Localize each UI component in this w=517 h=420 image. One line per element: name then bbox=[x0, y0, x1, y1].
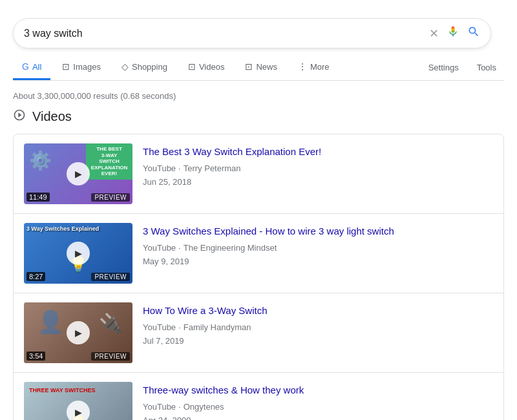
nav-tabs: G All ⊡ Images ◇ Shopping ⊡ Videos ⊡ New… bbox=[13, 55, 504, 81]
play-button-4[interactable]: ▶ bbox=[67, 401, 90, 420]
video-date-4: Apr 24, 2009 bbox=[143, 414, 493, 420]
video-info-2: 3 Way Switches Explained - How to wire 3… bbox=[143, 223, 493, 269]
dot-3: · bbox=[178, 321, 181, 335]
microphone-icon[interactable] bbox=[447, 25, 459, 41]
video-channel-2: The Engineering Mindset bbox=[184, 242, 277, 255]
video-item: 3 Way Switches Explained 💡 ▶ 8:27 PREVIE… bbox=[14, 214, 503, 293]
google-icon: G bbox=[22, 61, 29, 72]
thumb-text-2: 3 Way Switches Explained bbox=[26, 226, 99, 233]
thumb-decor: ⚙️ bbox=[29, 150, 52, 171]
search-bar: ✕ bbox=[13, 18, 491, 48]
video-thumbnail-1[interactable]: THE BEST3-WAYSWITCHEXPLANATIONEVER! ⚙️ ▶… bbox=[24, 143, 132, 204]
more-icon: ⋮ bbox=[298, 61, 307, 72]
tools-link[interactable]: Tools bbox=[469, 56, 504, 79]
tab-shopping[interactable]: ◇ Shopping bbox=[112, 55, 176, 80]
video-meta-1: YouTube · Terry Peterman Jun 25, 2018 bbox=[143, 162, 493, 189]
results-info: About 3,300,000,000 results (0.68 second… bbox=[13, 91, 504, 101]
dot-4: · bbox=[178, 401, 181, 414]
duration-badge-1: 11:49 bbox=[26, 193, 50, 202]
video-title-3[interactable]: How To Wire a 3-Way Switch bbox=[143, 304, 493, 317]
tab-all[interactable]: G All bbox=[13, 55, 50, 80]
clear-icon[interactable]: ✕ bbox=[429, 26, 439, 41]
shopping-icon: ◇ bbox=[121, 61, 129, 72]
video-info-4: Three-way switches & How they work YouTu… bbox=[143, 382, 493, 420]
video-source-2: YouTube bbox=[143, 242, 176, 255]
video-title-1[interactable]: The Best 3 Way Switch Explanation Ever! bbox=[143, 145, 493, 158]
video-channel-4: Ongytenes bbox=[184, 401, 224, 414]
video-info-1: The Best 3 Way Switch Explanation Ever! … bbox=[143, 143, 493, 189]
play-section-icon bbox=[13, 109, 26, 125]
preview-badge-2: PREVIEW bbox=[91, 273, 130, 281]
video-thumbnail-2[interactable]: 3 Way Switches Explained 💡 ▶ 8:27 PREVIE… bbox=[24, 223, 132, 284]
search-icon[interactable] bbox=[467, 25, 480, 41]
video-info-3: How To Wire a 3-Way Switch YouTube · Fam… bbox=[143, 302, 493, 348]
videos-section: Videos THE BEST3-WAYSWITCHEXPLANATIONEVE… bbox=[13, 109, 504, 420]
tab-more[interactable]: ⋮ More bbox=[289, 55, 339, 80]
video-item: 💡 THREE WAY SWITCHES ▶ 1:42 Three-way sw… bbox=[14, 373, 503, 420]
tab-news[interactable]: ⊡ News bbox=[236, 55, 286, 80]
videos-icon: ⊡ bbox=[188, 61, 196, 72]
play-button-2[interactable]: ▶ bbox=[67, 242, 90, 265]
video-source-1: YouTube bbox=[143, 162, 176, 176]
thumb-person: 👤 bbox=[37, 309, 64, 335]
video-title-4[interactable]: Three-way switches & How they work bbox=[143, 383, 493, 397]
video-channel-1: Terry Peterman bbox=[184, 162, 241, 176]
video-item: 👤 🔌 ▶ 3:54 PREVIEW How To Wire a 3-Way S… bbox=[14, 293, 503, 373]
video-title-2[interactable]: 3 Way Switches Explained - How to wire 3… bbox=[143, 224, 493, 238]
video-meta-2: YouTube · The Engineering Mindset May 9,… bbox=[143, 242, 493, 269]
dot-1: · bbox=[178, 162, 181, 176]
video-thumbnail-4[interactable]: 💡 THREE WAY SWITCHES ▶ 1:42 bbox=[24, 382, 132, 420]
play-button-3[interactable]: ▶ bbox=[67, 321, 90, 344]
video-channel-3: Family Handyman bbox=[184, 321, 251, 335]
thumb-switch: 🔌 bbox=[99, 312, 123, 335]
thumb-overlay-text: THE BEST3-WAYSWITCHEXPLANATIONEVER! bbox=[86, 143, 132, 180]
video-source-3: YouTube bbox=[143, 321, 176, 335]
dot-2: · bbox=[178, 242, 181, 255]
duration-badge-3: 3:54 bbox=[26, 352, 45, 361]
preview-badge-1: PREVIEW bbox=[91, 193, 130, 202]
duration-badge-2: 8:27 bbox=[26, 272, 45, 281]
video-meta-4: YouTube · Ongytenes Apr 24, 2009 bbox=[143, 401, 493, 420]
videos-section-title: Videos bbox=[32, 109, 72, 124]
video-date-2: May 9, 2019 bbox=[143, 255, 493, 269]
videos-list: THE BEST3-WAYSWITCHEXPLANATIONEVER! ⚙️ ▶… bbox=[13, 134, 504, 420]
settings-link[interactable]: Settings bbox=[421, 56, 467, 79]
images-icon: ⊡ bbox=[62, 61, 70, 72]
tab-images[interactable]: ⊡ Images bbox=[53, 55, 110, 80]
video-thumbnail-3[interactable]: 👤 🔌 ▶ 3:54 PREVIEW bbox=[24, 302, 132, 363]
news-icon: ⊡ bbox=[245, 61, 253, 72]
search-input[interactable] bbox=[24, 28, 429, 39]
video-item: THE BEST3-WAYSWITCHEXPLANATIONEVER! ⚙️ ▶… bbox=[14, 134, 503, 214]
tab-videos[interactable]: ⊡ Videos bbox=[179, 55, 234, 80]
video-meta-3: YouTube · Family Handyman Jul 7, 2019 bbox=[143, 321, 493, 348]
play-button-1[interactable]: ▶ bbox=[67, 162, 90, 185]
preview-badge-3: PREVIEW bbox=[91, 352, 130, 361]
video-source-4: YouTube bbox=[143, 401, 176, 414]
video-date-1: Jun 25, 2018 bbox=[143, 176, 493, 189]
thumb-label-4: THREE WAY SWITCHES bbox=[29, 387, 96, 394]
video-date-3: Jul 7, 2019 bbox=[143, 335, 493, 348]
